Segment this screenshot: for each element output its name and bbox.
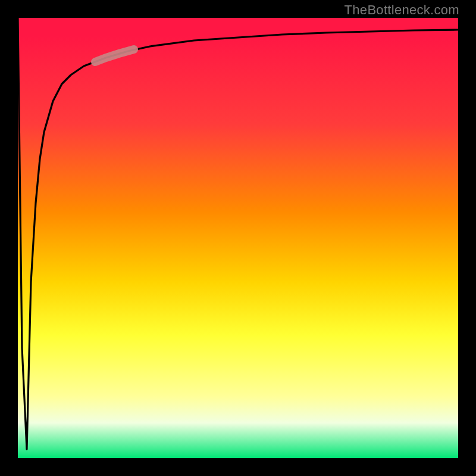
watermark-text: TheBottleneck.com [345,2,459,18]
curve-marker [95,49,134,62]
bottleneck-curve [18,18,458,449]
chart-stage: TheBottleneck.com [0,0,476,476]
curve-layer [18,18,458,458]
plot-gradient-area [18,18,458,458]
